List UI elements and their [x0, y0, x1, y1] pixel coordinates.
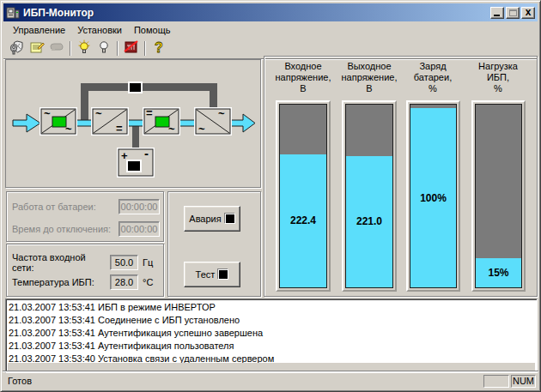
- event-log[interactable]: 21.03.2007 13:53:41 ИБП в режиме ИНВЕРТО…: [5, 299, 538, 373]
- gauge-value-battery-charge: 100%: [410, 192, 456, 204]
- svg-text:?: ?: [155, 40, 163, 55]
- shutdown-time-label: Время до отключения:: [12, 224, 119, 234]
- input-frequency-field[interactable]: 50.0: [110, 255, 138, 270]
- svg-text:-: -: [144, 146, 149, 160]
- test-indicator: [218, 269, 228, 280]
- toolbar-separator: [70, 41, 70, 56]
- help-icon: ?: [151, 39, 167, 57]
- block-input-filter: ~ ~: [40, 107, 77, 136]
- alarm-indicator: [225, 214, 235, 224]
- shutdown-time-field[interactable]: 00:00:00: [119, 221, 160, 237]
- battery-indicator: [128, 161, 140, 171]
- titlebar[interactable]: ИБП-Монитор x: [3, 3, 538, 21]
- temperature-unit: °C: [143, 277, 160, 287]
- bus-segment: [76, 120, 93, 126]
- svg-text:~: ~: [218, 107, 225, 120]
- alarm-button-label: Авария: [189, 214, 221, 224]
- gauge-title-input-voltage: Входное напряжение, В: [266, 61, 340, 97]
- bulb-on-button[interactable]: [74, 39, 94, 57]
- frequency-unit: Гц: [143, 257, 160, 268]
- battery-runtime-label: Работа от батареи:: [12, 202, 119, 212]
- block-rectifier: ~ =: [91, 107, 129, 136]
- bus-segment: [127, 120, 144, 126]
- svg-text:~: ~: [198, 123, 205, 136]
- bypass-switch-indicator: [130, 83, 141, 92]
- menubar: Управление Установки Помощь: [3, 21, 538, 39]
- buttons-panel: Авария Тест: [167, 191, 261, 297]
- app-icon: [6, 7, 20, 19]
- ups-schematic-panel: ~ ~ ~ = = ~: [5, 59, 261, 188]
- battery-runtime-field[interactable]: 00:00:00: [119, 199, 160, 214]
- status-message: Готов: [3, 376, 483, 386]
- gauge-value-input-voltage: 222.4: [280, 214, 326, 226]
- log-entry[interactable]: 21.03.2007 13:53:41 Соединение с ИБП уст…: [9, 314, 537, 327]
- window-title: ИБП-Монитор: [23, 7, 490, 19]
- test-cancel-icon: [124, 39, 139, 57]
- gauge-title-battery-charge: Заряд батареи, %: [396, 61, 470, 97]
- journal-icon: [29, 39, 45, 57]
- gauge-output-voltage: 221.0: [342, 100, 397, 292]
- maximize-icon: [509, 9, 517, 16]
- bypass-line-left: [81, 83, 88, 121]
- block-bypass: ~ ~: [194, 107, 232, 136]
- svg-text:~: ~: [44, 107, 51, 120]
- menu-upravlenie[interactable]: Управление: [7, 23, 71, 37]
- bypass-line-right: [210, 83, 217, 110]
- active-indicator-green: [155, 117, 169, 127]
- gauge-battery-charge: 100%: [406, 100, 460, 292]
- gauge-value-output-voltage: 221.0: [346, 215, 392, 227]
- toolbar-separator: [144, 41, 145, 56]
- svg-text:=: =: [146, 106, 153, 119]
- input-params-group: Частота входной сети: 50.0 Гц Температур…: [6, 244, 164, 297]
- input-arrow: [13, 114, 40, 132]
- menu-ustanovki[interactable]: Установки: [71, 23, 128, 37]
- test-button-label: Тест: [196, 269, 216, 280]
- svg-text:~: ~: [95, 107, 102, 120]
- log-entry[interactable]: 21.03.2007 13:53:41 Аутентификация польз…: [9, 340, 537, 353]
- status-pane-num: NUM: [511, 375, 536, 388]
- disconnect-icon: [49, 39, 64, 57]
- keys-shield-icon: [9, 39, 25, 57]
- input-frequency-label: Частота входной сети:: [12, 252, 110, 273]
- log-bottom-strip: [8, 363, 535, 371]
- log-entry[interactable]: 21.03.2007 13:53:41 ИБП в режиме ИНВЕРТО…: [9, 301, 537, 314]
- minimize-icon: [494, 15, 500, 16]
- bus-segment: [179, 120, 196, 126]
- toolbar-separator: [117, 41, 118, 56]
- bypass-line-horizontal: [81, 83, 217, 91]
- minimize-button[interactable]: [490, 7, 504, 19]
- svg-text:=: =: [116, 122, 123, 135]
- status-pane-empty: [483, 375, 509, 388]
- ups-temperature-field[interactable]: 28.0: [110, 274, 138, 290]
- statusbar: Готов NUM: [3, 372, 538, 389]
- battery-line: [132, 126, 139, 150]
- ups-schematic: ~ ~ ~ = = ~: [6, 60, 260, 187]
- auth-button[interactable]: [7, 39, 27, 57]
- gauge-ups-load: 15%: [471, 100, 526, 292]
- gauge-input-voltage: 222.4: [276, 100, 331, 292]
- test-cancel-button[interactable]: [121, 39, 141, 57]
- ups-temperature-label: Температура ИБП:: [12, 277, 110, 287]
- gauges-panel: Входное напряжение, В Выходное напряжени…: [264, 56, 538, 297]
- output-arrow: [230, 114, 255, 132]
- battery-timers-group: Работа от батареи: 00:00:00 Время до отк…: [6, 191, 164, 242]
- gauge-value-ups-load: 15%: [476, 267, 521, 279]
- block-battery: + -: [117, 146, 155, 178]
- menu-pomosch[interactable]: Помощь: [128, 23, 177, 37]
- close-icon: x: [522, 6, 534, 18]
- active-indicator-green: [52, 117, 66, 127]
- bulb-off-button[interactable]: [94, 39, 113, 57]
- bulb-on-icon: [76, 39, 92, 57]
- gauge-title-ups-load: Нагрузка ИБП, %: [461, 61, 535, 97]
- journal-button[interactable]: [27, 39, 46, 57]
- bulb-off-icon: [96, 39, 112, 57]
- test-button[interactable]: Тест: [184, 262, 240, 287]
- alarm-button[interactable]: Авария: [184, 206, 240, 232]
- close-button[interactable]: x: [521, 7, 535, 19]
- disconnect-button[interactable]: [46, 39, 66, 57]
- maximize-button[interactable]: [506, 7, 520, 19]
- app-window: ИБП-Монитор x Управление Установки Помощ…: [0, 0, 541, 392]
- log-entry[interactable]: 21.03.2007 13:53:41 Аутентификация успеш…: [9, 327, 537, 340]
- help-button[interactable]: ?: [149, 39, 168, 57]
- block-inverter: = ~: [143, 106, 180, 136]
